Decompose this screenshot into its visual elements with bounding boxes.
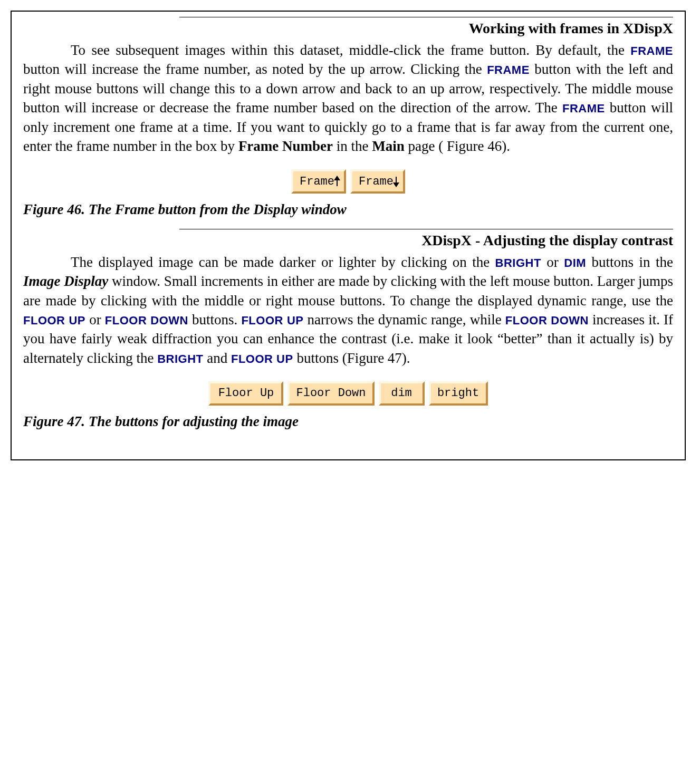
- frame-down-button[interactable]: Frame: [350, 169, 405, 194]
- button-label: Floor Up: [218, 386, 274, 401]
- section-divider: [179, 229, 673, 229]
- keyword-bright: BRIGHT: [495, 256, 541, 270]
- paragraph-contrast: The displayed image can be made darker o…: [23, 253, 673, 368]
- button-label: Floor Down: [296, 386, 366, 401]
- keyword-floor-up: FLOOR UP: [241, 314, 303, 327]
- paragraph-frames: To see subsequent images within this dat…: [23, 41, 673, 156]
- text: window. Small increments in either are m…: [23, 273, 673, 308]
- document-page: Working with frames in XDispX To see sub…: [11, 11, 686, 460]
- text: buttons.: [188, 312, 242, 328]
- keyword-frame: FRAME: [630, 44, 673, 57]
- bold-main: Main: [372, 138, 405, 154]
- figure-47-caption: Figure 47. The buttons for adjusting the…: [23, 412, 673, 431]
- figure-46-buttons: Frame Frame: [23, 169, 673, 194]
- text: or: [85, 312, 105, 328]
- frame-up-button[interactable]: Frame: [291, 169, 346, 194]
- text: page ( Figure 46).: [405, 138, 510, 154]
- section-heading-frames: Working with frames in XDispX: [23, 18, 673, 38]
- section-divider: [179, 17, 673, 17]
- text: The displayed image can be made darker o…: [71, 254, 495, 270]
- italic-image-display: Image Display: [23, 273, 108, 289]
- text: button will increase the frame number, a…: [23, 61, 487, 77]
- text: buttons (Figure 47).: [293, 350, 410, 366]
- button-label: dim: [391, 386, 412, 401]
- keyword-floor-down: FLOOR DOWN: [105, 314, 188, 327]
- button-label: bright: [437, 386, 479, 401]
- bright-button[interactable]: bright: [429, 381, 488, 406]
- floor-up-button[interactable]: Floor Up: [208, 381, 283, 406]
- keyword-frame: FRAME: [487, 63, 530, 76]
- floor-down-button[interactable]: Floor Down: [287, 381, 374, 406]
- text: or: [541, 254, 564, 270]
- arrow-down-icon: [396, 177, 397, 186]
- keyword-floor-up: FLOOR UP: [23, 314, 85, 327]
- keyword-frame: FRAME: [562, 102, 605, 115]
- text: buttons in the: [586, 254, 673, 270]
- arrow-up-icon: [337, 177, 338, 186]
- keyword-bright: BRIGHT: [157, 352, 203, 365]
- button-label: Frame: [300, 174, 334, 190]
- keyword-dim: DIM: [564, 256, 586, 270]
- keyword-floor-up: FLOOR UP: [231, 352, 293, 365]
- figure-46-caption: Figure 46. The Frame button from the Dis…: [23, 200, 673, 219]
- text: narrows the dynamic range, while: [303, 312, 505, 328]
- section-heading-contrast: XDispX - Adjusting the display contrast: [23, 230, 673, 251]
- dim-button[interactable]: dim: [379, 381, 425, 406]
- text: To see subsequent images within this dat…: [71, 42, 630, 58]
- text: and: [203, 350, 231, 366]
- keyword-floor-down: FLOOR DOWN: [505, 314, 589, 327]
- text: in the: [333, 138, 372, 154]
- bold-frame-number: Frame Number: [238, 138, 333, 154]
- figure-47-buttons: Floor Up Floor Down dim bright: [23, 381, 673, 406]
- button-label: Frame: [359, 174, 394, 190]
